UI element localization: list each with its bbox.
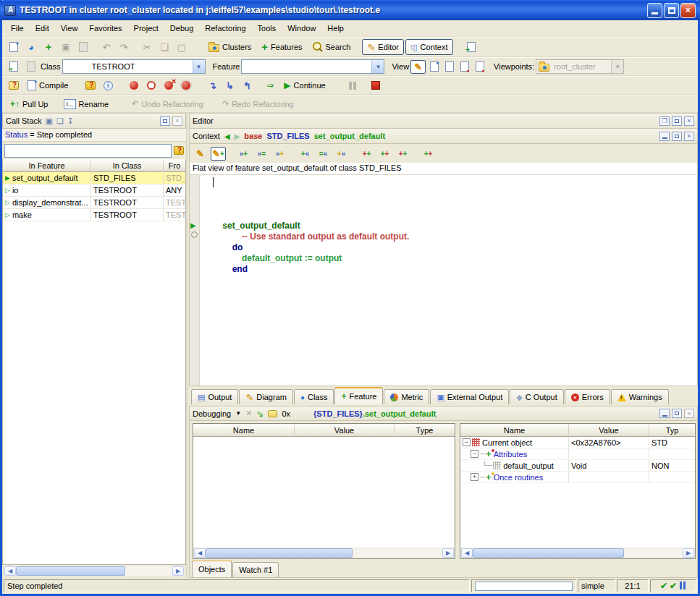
tab-metric[interactable]: Metric	[384, 389, 429, 404]
save-all-icon[interactable]	[75, 39, 91, 55]
scroll-right-icon[interactable]: ▶	[683, 548, 694, 558]
search-button[interactable]: Search	[308, 39, 355, 55]
copy-call-stack-icon[interactable]: ❏	[56, 116, 64, 126]
expand-icon[interactable]: +	[471, 473, 478, 481]
pull-up-button[interactable]: +↑ Pull Up	[6, 96, 52, 112]
remove-breakpoints-icon[interactable]	[161, 77, 177, 93]
call-stack-title-bar[interactable]: Call Stack ▣ ❏ ↧ ×	[2, 113, 186, 129]
breadcrumb-class[interactable]: STD_FILES	[266, 132, 309, 140]
clusters-button[interactable]: Clusters	[204, 39, 256, 55]
view-editor-icon[interactable]: ✎	[410, 60, 426, 74]
step-into-icon[interactable]: ↴	[204, 77, 220, 93]
watch-table-body[interactable]	[193, 437, 455, 548]
class-history-icon[interactable]	[23, 59, 39, 74]
drop-breakpoint-icon[interactable]	[126, 77, 142, 93]
debugging-close-tool-icon[interactable]: ✕	[245, 409, 252, 418]
editor-button[interactable]: ✎ Editor	[362, 39, 404, 55]
import-call-stack-icon[interactable]: ↧	[67, 116, 74, 126]
pause-icon[interactable]	[345, 77, 360, 93]
debugging-close-icon[interactable]: ×	[684, 409, 694, 418]
column-in-feature[interactable]: In Feature	[3, 159, 91, 172]
view-formatted-icon[interactable]	[427, 59, 441, 74]
context-maximize-icon[interactable]	[672, 132, 682, 141]
watch-column-value[interactable]: Value	[295, 424, 395, 437]
go-to-current-line-icon[interactable]: ⇘	[256, 409, 263, 419]
context-back-icon[interactable]: ◀	[224, 132, 230, 140]
context-button[interactable]: ⁝▯ Context	[405, 39, 452, 55]
callees-icon[interactable]: +«	[298, 147, 313, 161]
objects-column-name[interactable]: Name	[460, 424, 569, 437]
class-combo[interactable]: TESTROOT ▼	[62, 59, 206, 74]
debugging-menu-arrow-icon[interactable]: ▼	[235, 410, 241, 417]
call-stack-maximize-icon[interactable]	[160, 116, 170, 126]
external-editor-icon[interactable]	[463, 39, 479, 55]
edit-feature-icon[interactable]: ✎	[193, 147, 208, 161]
redo-icon[interactable]: ↷	[116, 39, 132, 55]
menu-edit[interactable]: Edit	[30, 22, 55, 34]
breadcrumb-feature[interactable]: set_output_default	[314, 132, 385, 140]
title-bar[interactable]: TESTROOT in cluster root_cluster located…	[0, 0, 700, 20]
collapse-icon[interactable]: −	[471, 450, 478, 458]
table-row[interactable]: ▷make TESTROOT TEST	[3, 209, 185, 221]
tab-watch-1[interactable]: Watch #1	[232, 562, 279, 577]
callers-icon[interactable]: »+	[236, 147, 251, 161]
context-forward-icon[interactable]: ▶	[235, 132, 240, 140]
creation-callees-icon[interactable]: +«	[334, 147, 349, 161]
tab-diagram[interactable]: ✎Diagram	[239, 389, 292, 404]
tab-external-output[interactable]: ▣External Output	[430, 389, 509, 404]
tab-errors[interactable]: ×Errors	[565, 389, 610, 404]
watch-column-type[interactable]: Type	[395, 424, 455, 437]
debugging-title-bar[interactable]: Debugging ▼ ✕ ⇘ 0x {STD_FILES}.set_outpu…	[189, 406, 698, 421]
table-row[interactable]: ▶set_output_default STD_FILES STD_	[3, 172, 185, 184]
minimize-button[interactable]	[647, 3, 662, 18]
hex-toggle[interactable]: 0x	[282, 409, 290, 418]
expression-bubble-icon[interactable]	[268, 410, 277, 417]
menu-debug[interactable]: Debug	[164, 22, 199, 34]
descendants-icon[interactable]: ++	[377, 147, 392, 161]
run-to-cursor-icon[interactable]: ⇒	[262, 77, 278, 93]
exception-icon[interactable]	[174, 146, 184, 155]
stop-icon[interactable]	[368, 77, 384, 93]
paste-icon[interactable]: ▢	[174, 39, 190, 55]
debugging-minimize-icon[interactable]	[659, 409, 670, 418]
undo-icon[interactable]: ↶	[98, 39, 114, 55]
tab-warnings[interactable]: Warnings	[611, 389, 669, 404]
table-row[interactable]: −Current object <0x32A8760> STD	[460, 437, 695, 448]
feature-combo[interactable]: ▼	[241, 59, 384, 74]
scroll-right-icon[interactable]: ▶	[442, 548, 454, 558]
collapse-icon[interactable]: −	[463, 438, 471, 446]
table-row[interactable]: ▷io TESTROOT ANY	[3, 184, 185, 197]
code-editor[interactable]: ▶ set_output_default -- Use standard out…	[189, 175, 698, 386]
tab-c-output[interactable]: ◆C Output	[510, 389, 564, 404]
objects-hscrollbar[interactable]: ◀ ▶	[460, 548, 695, 558]
debugging-maximize-icon[interactable]	[672, 409, 682, 418]
scroll-left-icon[interactable]: ◀	[4, 566, 16, 576]
editor-maximize-icon[interactable]	[672, 116, 682, 126]
cut-icon[interactable]: ✂	[139, 39, 155, 55]
close-button[interactable]: ×	[680, 3, 696, 18]
tab-output[interactable]: ▤Output	[191, 389, 238, 404]
menu-view[interactable]: View	[55, 22, 84, 34]
copy-icon[interactable]: ❏	[156, 39, 172, 55]
save-icon[interactable]: ▣	[58, 39, 74, 55]
view-flat-icon[interactable]	[457, 59, 471, 74]
call-stack-close-icon[interactable]: ×	[172, 116, 182, 126]
undo-refactoring-button[interactable]: ↶ Undo Refactoring	[127, 96, 208, 112]
scroll-left-icon[interactable]: ◀	[194, 548, 206, 558]
table-row[interactable]: ▷display_demonstrat... TESTROOT TEST	[3, 197, 185, 209]
context-minimize-icon[interactable]	[659, 132, 670, 141]
feature-combo-arrow-icon[interactable]: ▼	[371, 60, 384, 73]
suppliers-icon[interactable]: ++	[421, 147, 436, 161]
watch-column-name[interactable]: Name	[193, 424, 295, 437]
save-call-stack-icon[interactable]: ▣	[46, 116, 53, 126]
clients-icon[interactable]: ++	[395, 147, 410, 161]
call-stack-filter-input[interactable]	[4, 144, 172, 158]
compile-button[interactable]: Compile	[23, 77, 72, 93]
creators-icon[interactable]: »+	[272, 147, 287, 161]
enable-breakpoints-icon[interactable]	[143, 77, 159, 93]
edit-feature-new-tab-icon[interactable]: ✎+	[211, 147, 226, 161]
menu-favorites[interactable]: Favorites	[83, 22, 127, 34]
tab-feature[interactable]: +Feature	[334, 387, 383, 404]
objects-table-body[interactable]: −Current object <0x32A8760> STD −─+Attri…	[460, 437, 695, 548]
tab-objects[interactable]: Objects	[192, 560, 232, 577]
